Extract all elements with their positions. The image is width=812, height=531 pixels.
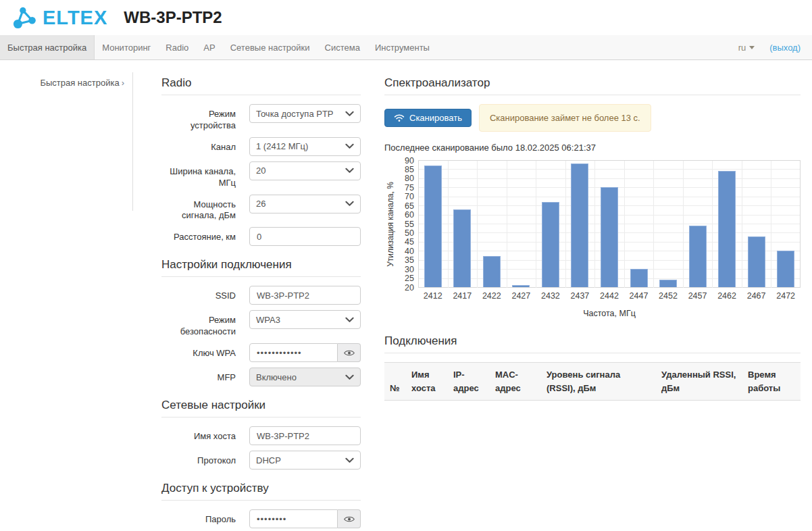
protocol-select[interactable]: DHCP [249, 451, 361, 470]
logout-link[interactable]: (выход) [769, 43, 801, 53]
form-row: Пароль [161, 509, 361, 528]
device-mode-label: Режим устройства [161, 104, 236, 132]
device-mode-select[interactable]: Точка доступа PTP [249, 104, 361, 123]
chart-gridline [594, 161, 595, 288]
page-content: Быстрая настройка› Radio Режим устройств… [0, 60, 812, 531]
chart-gridline [653, 161, 654, 288]
x-tick-label: 2417 [448, 291, 478, 301]
section-title-radio: Radio [161, 76, 361, 95]
tab-quick-setup[interactable]: Быстрая настройка [0, 35, 95, 59]
chart-bar [512, 285, 530, 287]
form-row: Режим безопасности WPA3 [161, 310, 361, 338]
form-row: Протокол DHCP [161, 451, 361, 470]
y-tick-label: 35 [405, 256, 414, 265]
logo-text: ELTEX [43, 8, 107, 28]
chart-bar [542, 202, 559, 287]
col-mac: MAC-адрес [490, 363, 541, 401]
wpa-key-input[interactable] [249, 343, 338, 362]
x-tick-label: 2462 [712, 291, 742, 301]
security-mode-value: WPA3 [256, 315, 280, 325]
chevron-down-icon [345, 317, 354, 323]
chart-gridline [418, 161, 419, 288]
chevron-down-icon [345, 168, 354, 174]
y-tick-label: 45 [405, 238, 414, 247]
chart-bar [659, 280, 677, 287]
language-dropdown[interactable]: ru [738, 43, 755, 53]
col-hostname: Имя хоста [406, 363, 448, 401]
quick-setup-form: Radio Режим устройства Точка доступа PTP… [161, 72, 361, 531]
security-mode-select[interactable]: WPA3 [249, 310, 361, 329]
y-tick-label: 60 [405, 211, 414, 220]
x-tick-label: 2427 [507, 291, 536, 301]
form-row: Мощность сигнала, дБм 26 [161, 195, 361, 222]
y-tick-label: 80 [405, 175, 414, 184]
password-input[interactable] [249, 509, 338, 528]
breadcrumb[interactable]: Быстрая настройка› [40, 78, 124, 88]
x-tick-label: 2422 [477, 291, 507, 301]
hostname-label: Имя хоста [161, 426, 236, 445]
chart-bar [630, 269, 648, 287]
col-number: № [384, 363, 406, 401]
scan-button[interactable]: Сканировать [384, 109, 472, 127]
show-wpa-key-button[interactable] [338, 343, 361, 362]
chart-bar [777, 251, 794, 287]
chart-gridline [742, 161, 742, 288]
x-tick-label: 2412 [418, 291, 448, 301]
eltex-molecule-icon [11, 5, 39, 30]
protocol-value: DHCP [256, 455, 281, 465]
form-row: Режим устройства Точка доступа PTP [161, 104, 361, 132]
channel-label: Канал [161, 137, 236, 156]
chart-gridline [712, 161, 713, 288]
col-uptime: Время работы [742, 363, 801, 401]
protocol-label: Протокол [161, 451, 236, 470]
tab-monitoring[interactable]: Мониторинг [95, 35, 158, 59]
tab-network-settings[interactable]: Сетевые настройки [223, 35, 318, 59]
channel-value: 1 (2412 МГц) [256, 141, 308, 151]
section-title-network: Сетевые настройки [161, 399, 361, 418]
show-password-button[interactable] [338, 509, 361, 528]
chart-bar [601, 187, 618, 287]
main-navbar: Быстрая настройка Мониторинг Radio AP Се… [0, 35, 812, 60]
eye-icon [344, 349, 355, 357]
y-tick-label: 65 [405, 202, 414, 211]
tab-system[interactable]: Система [318, 35, 367, 59]
chevron-down-icon [345, 111, 354, 117]
chevron-down-icon [345, 374, 354, 380]
chart-y-axis-title: Утилизация канала, % [384, 161, 397, 288]
y-tick-label: 85 [405, 166, 414, 174]
hostname-input[interactable] [249, 426, 361, 445]
form-row: SSID [161, 286, 361, 305]
tab-radio[interactable]: Radio [158, 35, 196, 59]
chart-gridline [507, 161, 507, 288]
tab-ap[interactable]: AP [196, 35, 222, 59]
tab-tools[interactable]: Инструменты [367, 35, 437, 59]
section-title-spectrum: Спектроанализатор [384, 76, 801, 95]
chart-bar [424, 166, 442, 287]
signal-power-label: Мощность сигнала, дБм [161, 195, 236, 222]
ssid-input[interactable] [249, 286, 361, 305]
chart-plot [418, 161, 801, 288]
channel-select[interactable]: 1 (2412 МГц) [249, 137, 361, 156]
spectrum-chart: Утилизация канала, % 2025303540455055606… [384, 161, 801, 301]
mfp-select[interactable]: Включено [249, 368, 361, 386]
x-tick-label: 2432 [536, 291, 565, 301]
password-label: Пароль [161, 509, 236, 528]
connections-header-row: № Имя хоста IP-адрес MAC-адрес Уровень с… [384, 363, 801, 401]
chart-gridline [448, 161, 449, 288]
col-rssi: Уровень сигнала (RSSI), дБм [541, 363, 656, 401]
signal-power-select[interactable]: 26 [249, 195, 361, 213]
chart-gridline [683, 161, 684, 288]
chart-gridline [536, 161, 536, 288]
signal-power-value: 26 [256, 199, 265, 209]
chart-bar [718, 171, 736, 287]
col-remote-rssi: Удаленный RSSI, дБм [656, 363, 742, 401]
chart-bar [483, 256, 501, 287]
channel-width-label: Ширина канала, МГц [161, 161, 236, 189]
distance-input[interactable] [249, 227, 361, 246]
eltex-logo[interactable]: ELTEX [11, 5, 107, 30]
wpa-key-label: Ключ WPA [161, 343, 236, 362]
channel-width-select[interactable]: 20 [249, 161, 361, 180]
form-row: Канал 1 (2412 МГц) [161, 137, 361, 156]
chart-gridline [477, 161, 478, 288]
sidebar: Быстрая настройка› [11, 72, 133, 211]
